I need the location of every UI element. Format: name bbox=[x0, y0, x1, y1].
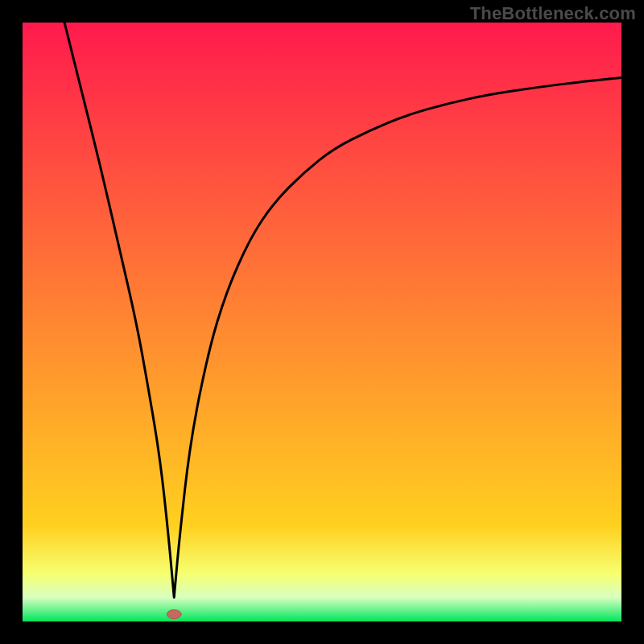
watermark-text: TheBottleneck.com bbox=[470, 3, 636, 24]
bottleneck-chart bbox=[23, 23, 621, 621]
chart-frame: TheBottleneck.com bbox=[0, 0, 644, 644]
gradient-background bbox=[23, 23, 621, 621]
optimum-marker bbox=[167, 609, 181, 618]
